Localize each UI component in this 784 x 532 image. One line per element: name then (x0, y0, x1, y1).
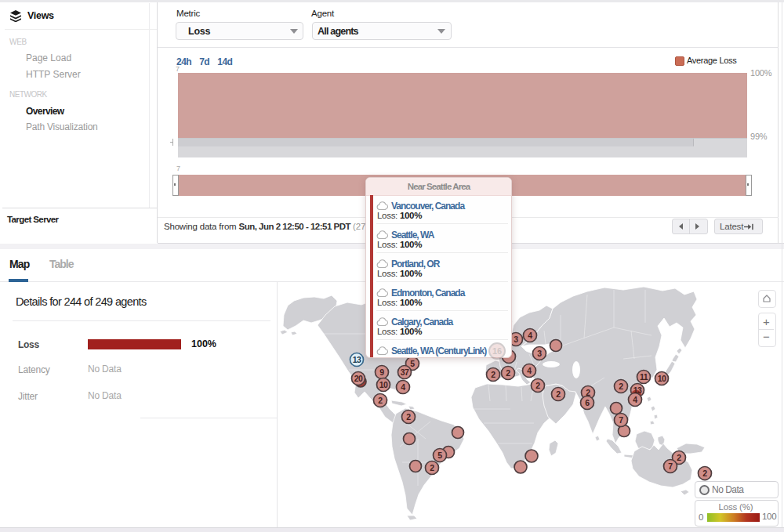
svg-text:2: 2 (677, 453, 681, 462)
svg-text:2: 2 (378, 396, 383, 405)
svg-text:11: 11 (640, 372, 648, 382)
svg-text:3: 3 (514, 335, 518, 344)
svg-text:10: 10 (379, 380, 388, 389)
svg-text:4: 4 (633, 395, 637, 404)
svg-text:37: 37 (401, 367, 409, 377)
svg-text:6: 6 (585, 398, 590, 407)
svg-text:4: 4 (401, 382, 405, 392)
svg-text:2: 2 (535, 381, 540, 390)
svg-text:2: 2 (430, 463, 434, 472)
svg-text:2: 2 (556, 389, 561, 399)
svg-text:2: 2 (406, 412, 411, 422)
svg-text:2: 2 (491, 370, 495, 379)
svg-text:9: 9 (379, 367, 384, 377)
svg-text:5: 5 (437, 451, 442, 460)
svg-text:4: 4 (527, 366, 532, 375)
svg-text:7: 7 (619, 415, 623, 425)
svg-text:7: 7 (668, 461, 673, 471)
svg-text:13: 13 (633, 385, 642, 395)
svg-text:10: 10 (658, 374, 666, 383)
svg-text:2: 2 (619, 382, 623, 391)
svg-text:2: 2 (702, 469, 707, 478)
svg-text:20: 20 (354, 374, 363, 383)
svg-text:4: 4 (528, 331, 532, 340)
svg-text:2: 2 (586, 388, 590, 397)
svg-text:13: 13 (353, 355, 361, 364)
svg-text:2: 2 (506, 368, 510, 378)
svg-text:3: 3 (537, 349, 542, 358)
svg-text:5: 5 (410, 359, 415, 368)
